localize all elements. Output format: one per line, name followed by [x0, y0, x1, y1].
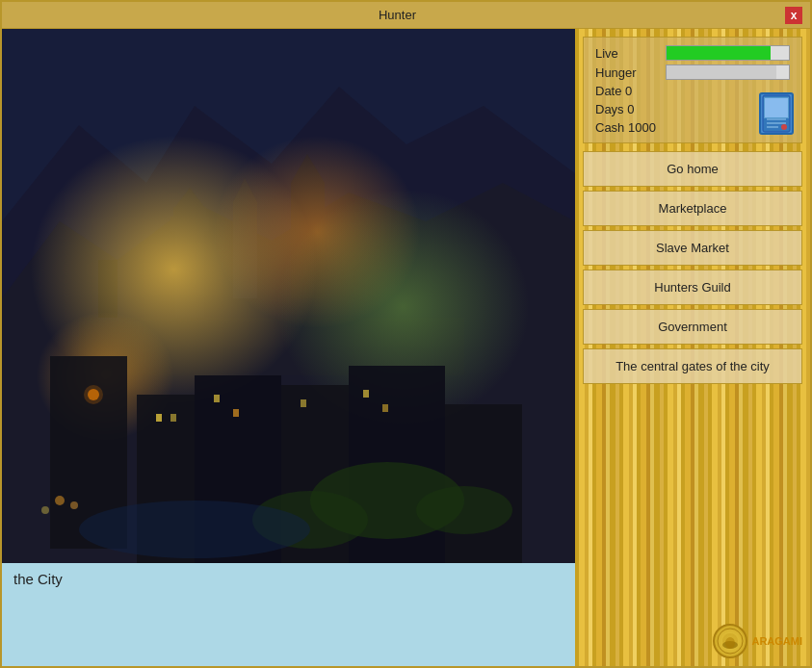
- svg-rect-29: [363, 390, 369, 398]
- svg-rect-24: [156, 414, 162, 422]
- close-button[interactable]: x: [785, 7, 802, 24]
- date-label: Date 0: [595, 84, 656, 98]
- svg-point-39: [84, 385, 103, 404]
- central-gates-button[interactable]: The central gates of the city: [583, 348, 802, 384]
- window-title: Hunter: [10, 8, 785, 22]
- cash-label: Cash 1000: [595, 120, 656, 135]
- svg-point-34: [79, 501, 310, 558]
- svg-point-49: [725, 637, 735, 649]
- svg-rect-27: [233, 409, 239, 417]
- left-panel: the City: [2, 29, 575, 666]
- svg-point-33: [416, 486, 512, 534]
- svg-point-37: [41, 506, 49, 514]
- hunger-bar: [667, 65, 776, 79]
- svg-rect-28: [301, 399, 306, 407]
- city-scene-svg: [2, 29, 575, 563]
- stats-panel: Live Hunger Date 0 Days 0 Cash 1000: [583, 37, 802, 143]
- live-label: Live: [595, 46, 656, 61]
- go-home-button[interactable]: Go home: [583, 151, 802, 187]
- hunters-guild-button[interactable]: Hunters Guild: [583, 270, 802, 305]
- svg-rect-41: [765, 97, 788, 115]
- svg-rect-44: [767, 126, 778, 128]
- svg-rect-42: [767, 118, 786, 120]
- days-label: Days 0: [595, 102, 656, 116]
- svg-point-35: [55, 496, 65, 505]
- logo-icon: [713, 624, 747, 658]
- svg-rect-25: [170, 414, 176, 422]
- actions-panel: Go home Marketplace Slave Market Hunters…: [583, 151, 802, 620]
- svg-rect-43: [767, 122, 786, 124]
- slave-market-button[interactable]: Slave Market: [583, 230, 802, 266]
- svg-point-45: [781, 124, 787, 130]
- live-bar-container: [666, 45, 790, 61]
- logo-area: ARAGAMI: [583, 620, 802, 658]
- hunger-bar-container: [666, 64, 790, 80]
- marketplace-button[interactable]: Marketplace: [583, 191, 802, 226]
- right-panel: Live Hunger Date 0 Days 0 Cash 1000: [575, 29, 810, 666]
- logo-text: ARAGAMI: [751, 635, 802, 647]
- svg-rect-26: [214, 395, 220, 402]
- svg-point-36: [70, 501, 78, 509]
- title-bar: Hunter x: [2, 2, 810, 29]
- app-window: Hunter x: [0, 0, 812, 668]
- city-label: the City: [2, 563, 575, 666]
- svg-rect-30: [382, 404, 388, 412]
- main-content: the City Live Hunger Date 0 Day: [2, 29, 810, 666]
- device-icon: [759, 92, 794, 135]
- svg-rect-23: [445, 404, 522, 563]
- government-button[interactable]: Government: [583, 309, 802, 345]
- live-bar: [667, 46, 771, 60]
- city-image: [2, 29, 575, 563]
- hunger-label: Hunger: [595, 65, 656, 80]
